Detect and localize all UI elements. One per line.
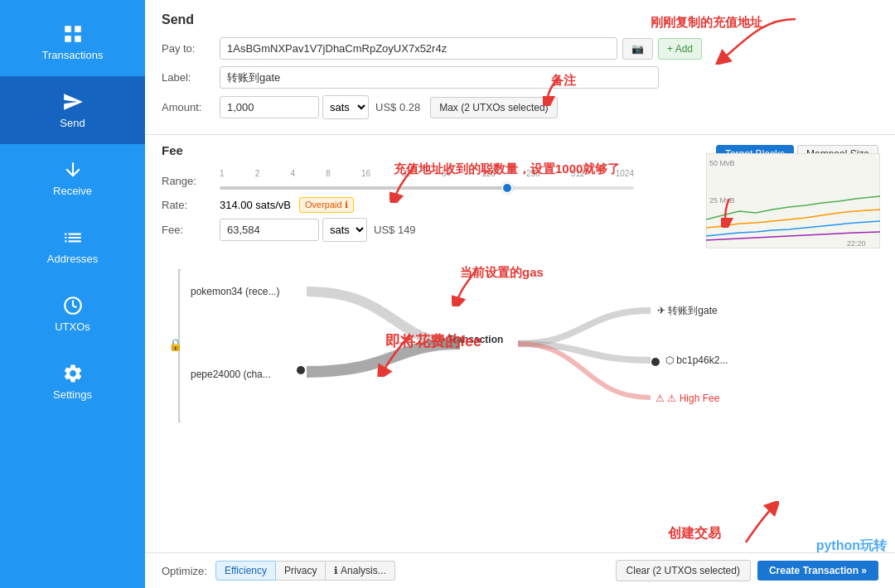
sidebar-label-transactions: Transactions bbox=[42, 49, 104, 61]
mempool-svg: 50 MvB 25 MvB 22:20 bbox=[706, 153, 880, 248]
label-input[interactable] bbox=[220, 66, 659, 89]
amount-usd: US$ 0.28 bbox=[375, 101, 420, 113]
privacy-button[interactable]: Privacy bbox=[276, 561, 326, 581]
clear-button[interactable]: Clear (2 UTXOs selected) bbox=[616, 560, 751, 581]
bottom-bar: Optimize: Efficiency Privacy ℹ Analysis.… bbox=[145, 552, 895, 588]
svg-rect-3 bbox=[75, 36, 81, 42]
sidebar-item-addresses[interactable]: Addresses bbox=[0, 212, 145, 280]
sankey-container: 🔒 pokemon34 (rece...) pepe24000 (cha... bbox=[162, 261, 878, 435]
camera-button[interactable]: 📷 bbox=[622, 38, 653, 60]
sidebar: Transactions Send Receive Addresses UTXO… bbox=[0, 0, 145, 588]
label-label: Label: bbox=[162, 71, 220, 84]
sidebar-label-addresses: Addresses bbox=[47, 253, 98, 265]
sidebar-item-utxos[interactable]: UTXOs bbox=[0, 280, 145, 348]
amount-label: Amount: bbox=[162, 101, 220, 113]
send-title: Send bbox=[162, 12, 878, 27]
add-button[interactable]: + Add bbox=[658, 38, 702, 60]
max-button[interactable]: Max (2 UTXOs selected) bbox=[430, 97, 557, 118]
efficiency-button[interactable]: Efficiency bbox=[215, 561, 276, 581]
sidebar-item-transactions[interactable]: Transactions bbox=[0, 8, 145, 76]
sankey-svg bbox=[162, 261, 878, 435]
watermark: python玩转 bbox=[816, 537, 887, 555]
sidebar-item-send[interactable]: Send bbox=[0, 76, 145, 144]
analysis-button[interactable]: ℹ Analysis... bbox=[326, 561, 394, 581]
bottom-right: Clear (2 UTXOs selected) Create Transact… bbox=[616, 560, 878, 581]
settings-icon bbox=[62, 363, 84, 384]
fee-title: Fee bbox=[162, 143, 183, 157]
create-transaction-button[interactable]: Create Transaction » bbox=[757, 561, 878, 581]
fee-range-slider[interactable] bbox=[220, 186, 634, 190]
send-section: Send Pay to: 📷 + Add Label: Amount: sats… bbox=[145, 0, 895, 135]
overpaid-badge: Overpaid ℹ bbox=[299, 197, 354, 213]
svg-text:25 MvB: 25 MvB bbox=[709, 196, 735, 205]
transactions-icon bbox=[62, 23, 84, 45]
svg-rect-1 bbox=[75, 26, 81, 32]
optimize-label: Optimize: bbox=[162, 565, 207, 577]
fee-amount-label: Fee: bbox=[162, 224, 220, 236]
transaction-node: Transaction bbox=[448, 334, 503, 345]
utxos-icon bbox=[62, 295, 84, 316]
pay-to-row: Pay to: 📷 + Add bbox=[162, 37, 878, 60]
sidebar-label-receive: Receive bbox=[53, 185, 92, 197]
range-label: Range: bbox=[162, 175, 220, 187]
range-numbers: 12481632641282565121024 bbox=[220, 169, 634, 178]
sidebar-item-settings[interactable]: Settings bbox=[0, 348, 145, 416]
output2-dot bbox=[651, 358, 660, 366]
svg-rect-0 bbox=[65, 26, 71, 32]
output-1: ✈ 转账到gate bbox=[657, 304, 718, 318]
amount-row: Amount: sats BTC US$ 0.28 Max (2 UTXOs s… bbox=[162, 95, 878, 119]
main-content: Send Pay to: 📷 + Add Label: Amount: sats… bbox=[145, 0, 895, 588]
label-row: Label: bbox=[162, 66, 878, 89]
sidebar-label-send: Send bbox=[60, 117, 85, 129]
output-3: ⚠ ⚠ High Fee bbox=[656, 393, 719, 404]
fee-unit-select[interactable]: sats bbox=[322, 218, 367, 242]
output-2: ⬡ bc1p46k2... bbox=[665, 354, 728, 366]
receive-icon bbox=[62, 159, 84, 181]
fee-amount-input[interactable] bbox=[220, 219, 319, 241]
amount-input[interactable] bbox=[220, 96, 319, 118]
amount-unit-select[interactable]: sats BTC bbox=[322, 95, 369, 119]
svg-rect-2 bbox=[65, 36, 71, 42]
svg-text:22:20: 22:20 bbox=[847, 239, 866, 248]
rate-value: 314.00 sats/vB bbox=[220, 199, 291, 211]
addresses-icon bbox=[62, 227, 84, 248]
mempool-chart: 50 MvB 25 MvB 22:20 bbox=[706, 153, 880, 248]
pay-to-label: Pay to: bbox=[162, 42, 220, 55]
range-container: 12481632641282565121024 bbox=[220, 169, 634, 192]
sidebar-label-utxos: UTXOs bbox=[55, 321, 90, 333]
rate-label: Rate: bbox=[162, 199, 220, 211]
sidebar-item-receive[interactable]: Receive bbox=[0, 144, 145, 212]
svg-text:50 MvB: 50 MvB bbox=[709, 159, 735, 167]
pay-to-input[interactable] bbox=[220, 37, 617, 60]
sankey-section: 🔒 pokemon34 (rece...) pepe24000 (cha... bbox=[145, 257, 895, 552]
send-icon bbox=[62, 91, 84, 113]
fee-usd: US$ 149 bbox=[374, 224, 416, 236]
sidebar-label-settings: Settings bbox=[53, 388, 92, 401]
